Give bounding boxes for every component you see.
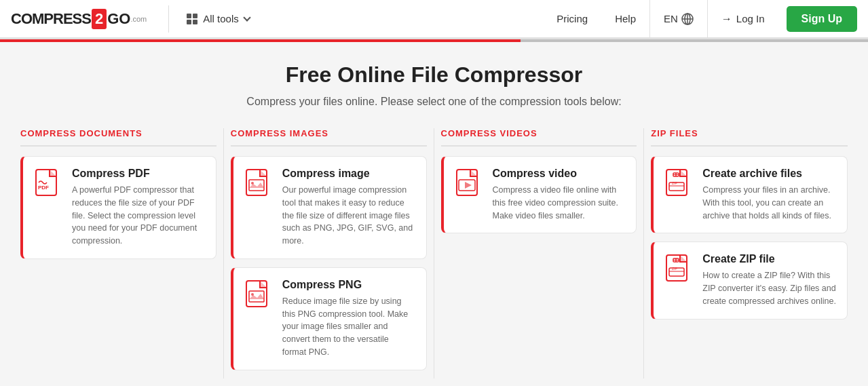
svg-text:ZIP: ZIP — [672, 181, 677, 185]
chevron-down-icon — [243, 14, 250, 21]
archive-icon: ZIP — [664, 168, 693, 201]
logo-2: 2 — [92, 9, 107, 29]
header: COMPRESS 2 GO .com All tools Pricing Hel… — [0, 0, 868, 39]
card-desc-create-archive: Compress your files in an archive. With … — [702, 184, 836, 222]
card-desc-compress-video: Compress a video file online with this f… — [493, 184, 626, 222]
login-label: Log In — [736, 13, 765, 24]
column-zip: ZIP FILES ZIP Crea — [644, 128, 854, 379]
logo-com: .com — [130, 15, 147, 23]
logo-compress: COMPRESS — [11, 10, 91, 28]
card-title-compress-video: Compress video — [493, 168, 626, 180]
card-compress-video[interactable]: Compress video Compress a video file onl… — [441, 156, 637, 233]
card-desc-compress-pdf: A powerful PDF compressor that reduces t… — [72, 184, 205, 248]
column-images: COMPRESS IMAGES Compress image Our power… — [224, 128, 434, 379]
lang-label: EN — [664, 13, 678, 24]
lang-button[interactable]: EN — [649, 0, 708, 39]
card-desc-compress-image: Our powerful image compression tool that… — [282, 184, 415, 248]
card-create-zip[interactable]: ZIP Create ZIP file How to create a ZIP … — [651, 242, 848, 319]
svg-text:PDF: PDF — [38, 185, 49, 191]
card-title-create-zip: Create ZIP file — [702, 253, 836, 265]
logo[interactable]: COMPRESS 2 GO .com — [11, 9, 147, 29]
column-header-videos: COMPRESS VIDEOS — [441, 128, 637, 147]
card-title-compress-image: Compress image — [282, 168, 415, 180]
card-create-archive[interactable]: ZIP Create archive files Compress your f… — [651, 156, 848, 233]
card-title-compress-png: Compress PNG — [282, 279, 415, 291]
column-documents: COMPRESS DOCUMENTS PDF Compress PDF A po… — [14, 128, 224, 379]
signup-button[interactable]: Sign Up — [787, 6, 857, 32]
login-button[interactable]: → Log In — [708, 0, 778, 39]
nav-help[interactable]: Help — [601, 0, 649, 39]
all-tools-label: All tools — [203, 13, 239, 24]
card-title-compress-pdf: Compress PDF — [72, 168, 205, 180]
login-icon: → — [721, 13, 732, 25]
png-icon — [244, 279, 273, 313]
columns: COMPRESS DOCUMENTS PDF Compress PDF A po… — [14, 128, 854, 379]
image-icon — [244, 168, 273, 201]
globe-icon — [681, 13, 694, 25]
column-videos: COMPRESS VIDEOS Compress video Compress … — [434, 128, 645, 379]
card-desc-compress-png: Reduce image file size by using this PNG… — [282, 295, 415, 359]
pdf-icon: PDF — [34, 168, 62, 201]
page-title: Free Online File Compressor — [14, 62, 854, 88]
column-header-documents: COMPRESS DOCUMENTS — [20, 128, 216, 147]
card-compress-image[interactable]: Compress image Our powerful image compre… — [231, 156, 427, 259]
header-divider — [168, 5, 169, 33]
card-desc-create-zip: How to create a ZIP file? With this ZIP … — [702, 269, 836, 307]
column-header-images: COMPRESS IMAGES — [231, 128, 427, 147]
nav-pricing[interactable]: Pricing — [543, 0, 601, 39]
zip-icon: ZIP — [664, 253, 693, 287]
grid-icon — [187, 14, 197, 24]
all-tools-button[interactable]: All tools — [180, 9, 257, 28]
logo-go: GO — [107, 10, 130, 28]
page-subtitle: Compress your files online. Please selec… — [14, 96, 854, 108]
card-compress-png[interactable]: Compress PNG Reduce image file size by u… — [231, 267, 427, 370]
video-icon — [455, 168, 483, 201]
header-nav: Pricing Help — [543, 0, 649, 39]
column-header-zip: ZIP FILES — [651, 128, 848, 147]
card-title-create-archive: Create archive files — [702, 168, 836, 180]
card-compress-pdf[interactable]: PDF Compress PDF A powerful PDF compress… — [20, 156, 216, 259]
main: Free Online File Compressor Compress you… — [0, 42, 868, 386]
svg-text:ZIP: ZIP — [672, 267, 677, 271]
